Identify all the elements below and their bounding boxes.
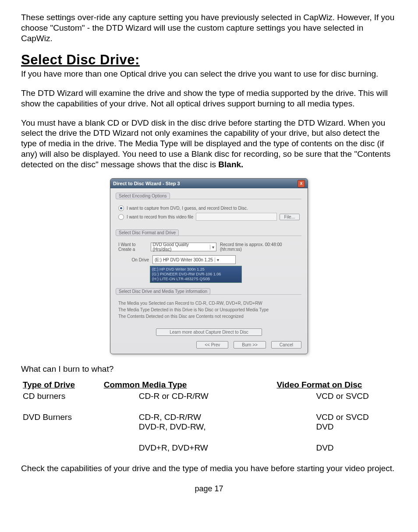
cancel-button[interactable]: Cancel [271, 341, 301, 349]
table-row: DVD Burners CD-R, CD-R/RW DVD-R, DVD-RW,… [21, 412, 397, 433]
media-type-detected-line: The Media Type Detected in this Drive is… [118, 307, 300, 312]
chevron-down-icon: ▾ [215, 257, 219, 262]
paragraph-3-text: You must have a blank CD or DVD disk in … [21, 118, 390, 169]
paragraph-2: The DTD Wizard will examine the drive an… [21, 88, 397, 109]
cell-video: VCD or SVCD [276, 391, 397, 402]
group-encoding-tab: Select Encoding Options [116, 193, 170, 199]
drive-row: On Drive (E:) HP DVD Writer 300n 1.25 ▾ [118, 255, 300, 264]
page-footer: page 17 [21, 484, 397, 493]
cell-media: DVD+R, DVD+RW [104, 442, 277, 454]
cell-media: CD-R or CD-R/RW [104, 391, 277, 402]
dialog-titlebar: Direct to Disc Wizard - Step 3 x [110, 179, 308, 188]
format-row: I Want to Create a DVD Good Quality (Hrs… [118, 242, 300, 252]
format-combo-value: DVD Good Quality (Hrs/disc) [153, 242, 208, 252]
dtd-wizard-dialog: Direct to Disc Wizard - Step 3 x Select … [110, 178, 308, 354]
dialog-title: Direct to Disc Wizard - Step 3 [113, 181, 180, 186]
table-header-row: Type of Drive Common Media Type Video Fo… [21, 379, 397, 391]
paragraph-3: You must have a blank CD or DVD disk in … [21, 118, 397, 170]
group-encoding: I want to capture from DVD, I guess, and… [117, 199, 301, 226]
group-drive-tab: Select Disc Format and Drive [116, 229, 179, 236]
learn-more-button[interactable]: Learn more about Capture Direct to Disc [156, 328, 262, 336]
cell-drive: CD burners [21, 391, 104, 402]
th-video-format: Video Format on Disc [276, 379, 397, 391]
th-common-media: Common Media Type [104, 379, 277, 391]
radio-icon [118, 214, 124, 220]
closing-paragraph: Check the capabilities of your drive and… [21, 463, 397, 474]
drive-label: On Drive [118, 257, 149, 262]
cell-media: CD-R, CD-R/RW DVD-R, DVD-RW, [104, 412, 277, 433]
cell-drive: DVD Burners [21, 412, 104, 433]
group-drive: I Want to Create a DVD Good Quality (Hrs… [117, 236, 301, 288]
th-type-of-drive: Type of Drive [21, 379, 104, 391]
paragraph-3-bold: Blank. [218, 160, 243, 169]
media-compatibility-table: Type of Drive Common Media Type Video Fo… [21, 379, 397, 454]
burn-question: What can I burn to what? [21, 364, 397, 374]
radio-icon [118, 205, 124, 211]
radio-capture-dvd-label: I want to capture from DVD, I guess, and… [127, 206, 248, 211]
cell-video: VCD or SVCD DVD [276, 412, 397, 433]
group-media-tab: Select Disc Drive and Media Type informa… [116, 288, 210, 295]
contents-detected-line: The Contents Detected on this Disc are C… [118, 314, 300, 319]
close-icon[interactable]: x [298, 180, 305, 187]
chevron-down-icon: ▾ [210, 245, 214, 250]
format-label: I Want to Create a [118, 242, 147, 252]
table-row: DVD+R, DVD+RW DVD [21, 442, 397, 454]
paragraph-1: If you have more than one Optical drive … [21, 69, 397, 79]
table-row: CD burners CD-R or CD-R/RW VCD or SVCD [21, 391, 397, 402]
burn-button[interactable]: Burn >> [234, 341, 266, 349]
dialog-body: Select Encoding Options I want to captur… [110, 188, 308, 353]
cell-video: DVD [276, 442, 397, 454]
learn-more-row: Learn more about Capture Direct to Disc [117, 328, 301, 336]
drive-combo[interactable]: (E:) HP DVD Writer 300n 1.25 ▾ [152, 255, 236, 264]
document-page: These settings over-ride any capture set… [0, 0, 418, 504]
radio-record-file-label: I want to record from this video file [127, 215, 193, 219]
intro-paragraph: These settings over-ride any capture set… [21, 12, 397, 43]
prev-button[interactable]: << Prev [196, 341, 228, 349]
cell-drive [21, 442, 104, 454]
file-path-input [196, 213, 276, 221]
file-browse-button[interactable]: File... [280, 214, 300, 220]
radio-record-file[interactable]: I want to record from this video file Fi… [118, 213, 300, 221]
dialog-button-row: << Prev Burn >> Cancel [117, 341, 301, 349]
drive-combo-value: (E:) HP DVD Writer 300n 1.25 [155, 257, 213, 262]
section-heading: Select Disc Drive: [21, 52, 397, 68]
media-can-record-line: The Media you Selected can Record to CD-… [118, 301, 300, 306]
radio-capture-dvd[interactable]: I want to capture from DVD, I guess, and… [118, 205, 300, 211]
format-hint: Record time is approx. 00:48:00 (hh:mm:s… [220, 242, 300, 252]
group-media: The Media you Selected can Record to CD-… [117, 294, 301, 324]
dialog-screenshot: Direct to Disc Wizard - Step 3 x Select … [21, 178, 397, 354]
format-combo[interactable]: DVD Good Quality (Hrs/disc) ▾ [151, 243, 216, 251]
drive-dropdown-list[interactable]: (E:) HP DVD Writer 300n 1.25 (G:) PIONEE… [150, 266, 242, 282]
